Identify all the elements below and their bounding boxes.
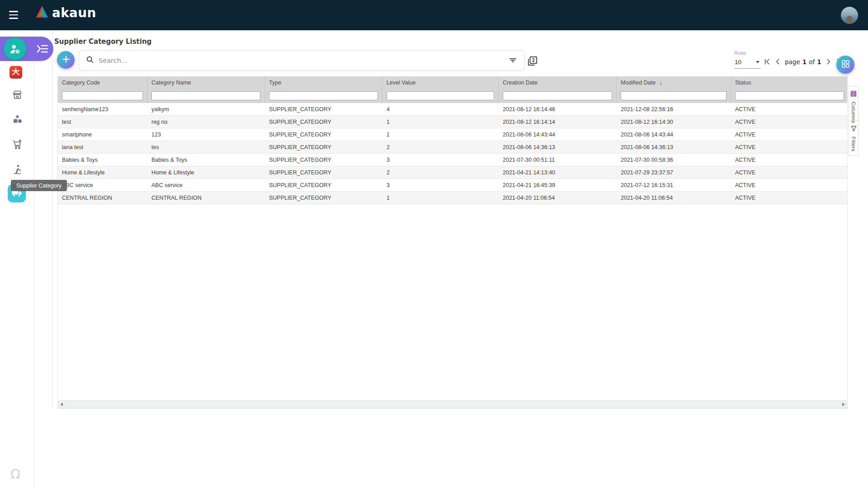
- table-row[interactable]: senhengName123 yalkym SUPPLIER_CATEGORY …: [58, 103, 847, 116]
- filter-input-level-value[interactable]: [387, 91, 494, 100]
- search-input[interactable]: [99, 57, 509, 64]
- table-row[interactable]: smartphone 123 SUPPLIER_CATEGORY 1 2021-…: [58, 128, 847, 141]
- filter-input-modified-date[interactable]: [621, 91, 726, 100]
- sidebar-item-procurement[interactable]: [0, 164, 34, 176]
- sidebar-item-assets[interactable]: [0, 113, 34, 126]
- brand-logo[interactable]: akaun: [34, 5, 96, 21]
- header-label: Category Code: [62, 80, 100, 86]
- cell-level-value: 2: [382, 166, 499, 178]
- store-icon: [12, 89, 23, 102]
- cell-category-name: tes: [147, 141, 265, 153]
- chevron-down-icon: [756, 61, 760, 63]
- cell-category-name: reg no: [147, 116, 265, 128]
- rows-per-page-select[interactable]: 10: [734, 56, 760, 69]
- table-body: senhengName123 yalkym SUPPLIER_CATEGORY …: [58, 103, 847, 204]
- next-page-button[interactable]: [825, 58, 832, 66]
- table-row[interactable]: CENTRAL REGION CENTRAL REGION SUPPLIER_C…: [58, 192, 847, 204]
- cell-creation-date: 2021-08-12 16:14:14: [499, 116, 617, 128]
- duplicate-filter-button[interactable]: 2: [527, 55, 538, 68]
- cjk-da-icon: [11, 67, 21, 78]
- first-page-button[interactable]: [763, 58, 771, 66]
- tooltip-text: Supplier Category: [16, 183, 61, 189]
- cell-category-code: smartphone: [58, 128, 147, 141]
- column-header-status[interactable]: Status: [731, 76, 848, 89]
- cell-type: SUPPLIER_CATEGORY: [265, 179, 382, 191]
- cell-type: SUPPLIER_CATEGORY: [265, 166, 382, 178]
- brand-name: akaun: [52, 5, 96, 20]
- column-header-category-name[interactable]: Category Name: [147, 76, 265, 89]
- cell-status: ACTIVE: [731, 154, 848, 166]
- filter-input-type[interactable]: [269, 91, 378, 100]
- rows-value: 10: [735, 59, 741, 66]
- column-header-modified-date[interactable]: Modified Date ↓: [617, 76, 731, 89]
- total-pages-number: 1: [817, 58, 821, 66]
- filter-cell: [58, 89, 147, 103]
- user-avatar[interactable]: [841, 7, 858, 24]
- tab-label: Filters: [851, 136, 856, 151]
- cell-type: SUPPLIER_CATEGORY: [265, 116, 382, 128]
- pagination: page 1 of 1: [763, 58, 843, 66]
- filter-input-creation-date[interactable]: [503, 91, 612, 100]
- cell-status: ACTIVE: [731, 166, 848, 178]
- sidebar-item-store[interactable]: [0, 89, 34, 102]
- horizontal-scrollbar[interactable]: [58, 400, 847, 408]
- sidebar-tooltip: Supplier Category: [11, 180, 67, 191]
- cell-modified-date: 2021-07-12 16:15:31: [617, 179, 731, 191]
- active-module-button[interactable]: [0, 37, 53, 61]
- column-header-category-code[interactable]: Category Code: [58, 76, 147, 89]
- plus-icon: [61, 55, 71, 65]
- cell-level-value: 4: [382, 103, 499, 115]
- table-row[interactable]: lana test tes SUPPLIER_CATEGORY 2 2021-0…: [58, 141, 847, 154]
- supplier-category-table: Category Code Category Name Type Level V…: [57, 76, 848, 408]
- cell-modified-date: 2021-04-20 11:06:54: [617, 192, 731, 204]
- cell-category-name: Home & Lifestyle: [147, 166, 265, 178]
- cell-level-value: 1: [382, 128, 499, 141]
- cell-level-value: 3: [382, 154, 499, 166]
- header-label: Level Value: [387, 80, 415, 86]
- current-page-number: 1: [802, 58, 807, 66]
- grid-view-button[interactable]: [836, 56, 854, 74]
- cell-category-code: CENTRAL REGION: [58, 192, 147, 204]
- panel-divider: [52, 30, 53, 409]
- table-row[interactable]: test reg no SUPPLIER_CATEGORY 1 2021-08-…: [58, 116, 847, 128]
- column-header-creation-date[interactable]: Creation Date: [499, 76, 617, 89]
- cell-creation-date: 2021-08-06 14:36:13: [499, 141, 617, 153]
- expand-menu-icon[interactable]: [36, 43, 49, 56]
- previous-page-button[interactable]: [774, 58, 782, 66]
- cell-creation-date: 2021-07-30 00:51:11: [499, 154, 617, 166]
- scroll-right-arrow-icon[interactable]: [842, 403, 845, 406]
- cell-category-code: Home & Lifestyle: [58, 166, 147, 178]
- table-row[interactable]: Home & Lifestyle Home & Lifestyle SUPPLI…: [58, 166, 847, 179]
- filter-input-status[interactable]: [735, 91, 844, 100]
- scroll-left-arrow-icon[interactable]: [60, 403, 63, 406]
- hamburger-bar: [9, 14, 18, 16]
- page-word: page: [785, 58, 800, 66]
- sidebar-item-dainamic-app[interactable]: [9, 66, 22, 79]
- column-header-level-value[interactable]: Level Value: [382, 76, 499, 89]
- add-button[interactable]: [57, 51, 75, 69]
- cell-category-name: 123: [147, 128, 265, 141]
- hamburger-menu-button[interactable]: [9, 10, 20, 19]
- copy-badge-number: 2: [532, 58, 535, 63]
- table-row[interactable]: Babies & Toys Babies & Toys SUPPLIER_CAT…: [58, 154, 847, 166]
- column-header-type[interactable]: Type: [265, 76, 382, 89]
- sidebar-item-purchase[interactable]: [0, 139, 34, 151]
- cell-status: ACTIVE: [731, 141, 848, 153]
- cell-modified-date: 2021-08-06 14:36:13: [617, 141, 731, 153]
- topbar: akaun: [0, 0, 868, 30]
- cell-level-value: 3: [382, 179, 499, 191]
- filter-input-category-code[interactable]: [62, 91, 143, 100]
- filter-lines-icon[interactable]: [509, 56, 517, 65]
- filter-input-category-name[interactable]: [151, 91, 260, 100]
- page-indicator: page 1 of 1: [785, 58, 821, 66]
- tab-columns[interactable]: Columns: [849, 86, 859, 121]
- cell-category-code: Babies & Toys: [58, 154, 147, 166]
- sort-descending-icon: ↓: [659, 79, 662, 86]
- cell-modified-date: 2021-12-08 22:56:16: [617, 103, 731, 115]
- cell-category-code: senhengName123: [58, 103, 147, 115]
- cell-creation-date: 2021-04-21 16:45:39: [499, 179, 617, 191]
- tab-filters[interactable]: Filters: [849, 121, 859, 156]
- table-row[interactable]: ABC service ABC service SUPPLIER_CATEGOR…: [58, 179, 847, 192]
- rows-label: Rows: [734, 50, 766, 56]
- cell-category-code: test: [58, 116, 147, 128]
